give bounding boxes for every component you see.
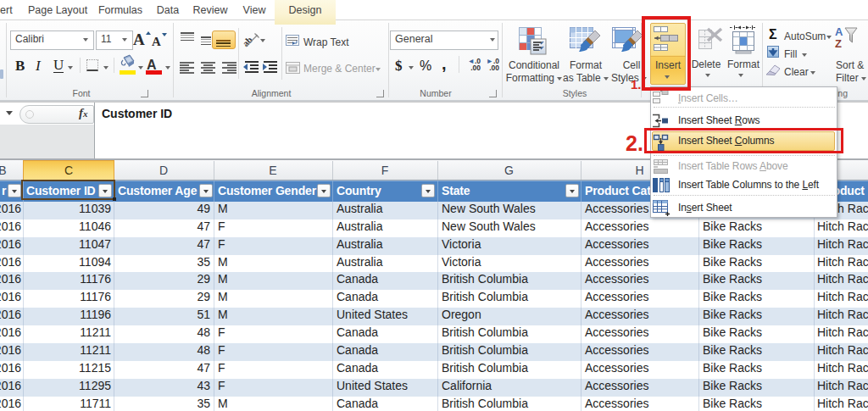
svg-text:Z: Z [835,37,842,50]
svg-text:A: A [835,26,843,38]
